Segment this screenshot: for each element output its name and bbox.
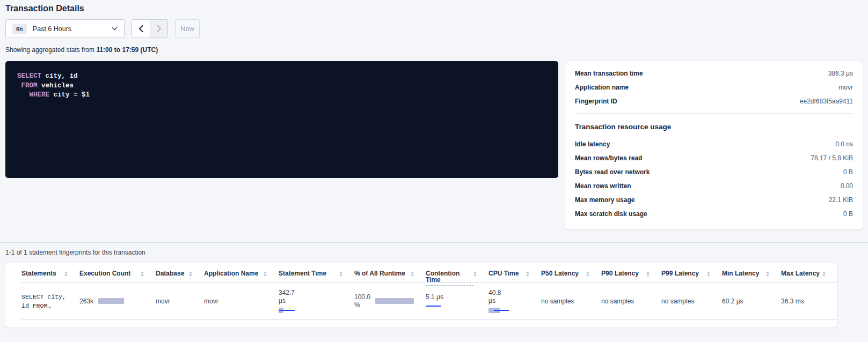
stat-value: movr — [838, 84, 853, 91]
sort-icon[interactable] — [141, 271, 144, 277]
sort-icon[interactable] — [707, 271, 710, 277]
resource-usage-rows: Idle latency0.0 nsMean rows/bytes read78… — [565, 137, 863, 221]
cell-p50-latency: no samples — [541, 298, 601, 305]
aggregated-stats-range: 11:00 to 17:59 (UTC) — [96, 46, 158, 54]
contention-time-bar — [426, 303, 441, 309]
sort-icon[interactable] — [411, 271, 414, 277]
column-header-label: Application Name — [204, 270, 258, 279]
column-header-label: Execution Count — [79, 270, 130, 279]
stat-label: Mean rows written — [575, 182, 631, 190]
time-range-dropdown[interactable]: 6h Past 6 Hours — [5, 19, 125, 38]
sort-icon[interactable] — [189, 271, 192, 277]
stat-row: Mean rows/bytes read78.17 / 5.8 KiB — [565, 151, 863, 165]
cell-p99-latency: no samples — [661, 298, 722, 305]
column-header-min-latency[interactable]: Min Latency — [722, 270, 781, 279]
stat-label: Mean transaction time — [575, 70, 643, 77]
column-header-label: Max Latency — [781, 270, 820, 279]
sort-icon[interactable] — [822, 271, 826, 277]
transaction-summary-panel: Mean transaction time386.3 µsApplication… — [565, 61, 863, 229]
stat-row: Mean transaction time386.3 µs — [565, 66, 863, 80]
cell-cpu-time: 40.8 µs — [488, 289, 541, 313]
column-header-database[interactable]: Database — [156, 270, 204, 279]
next-interval-button[interactable] — [150, 20, 167, 38]
sort-icon[interactable] — [766, 271, 769, 277]
stat-value: 78.17 / 5.8 KiB — [811, 154, 853, 162]
column-header-label: CPU Time — [488, 270, 519, 279]
stat-row: Application namemovr — [565, 80, 863, 94]
page-title: Transaction Details — [5, 0, 863, 13]
cell-pct-runtime: 100.0 % — [354, 293, 426, 309]
cell-min-latency: 60.2 µs — [722, 298, 781, 305]
sql-statement-card: SELECT city, id FROM vehicles WHERE city… — [5, 61, 558, 178]
stat-value: 386.3 µs — [828, 70, 853, 77]
stat-row: Idle latency0.0 ns — [565, 137, 863, 151]
time-range-label: Past 6 Hours — [33, 25, 71, 33]
column-header-contention-time[interactable]: Contention Time — [426, 270, 488, 286]
cell-max-latency: 36.3 ms — [781, 298, 837, 305]
table-header-row: StatementsExecution CountDatabaseApplica… — [21, 267, 837, 283]
now-button[interactable]: Now — [175, 19, 200, 38]
column-header-label: % of All Runtime — [354, 270, 405, 279]
column-header-label: Contention Time — [426, 270, 473, 286]
stat-row: Mean rows written0.00 — [565, 179, 863, 193]
pct-runtime-bar — [375, 298, 414, 304]
time-range-badge: 6h — [12, 24, 27, 34]
column-header-statements[interactable]: Statements — [21, 270, 79, 279]
column-header-label: Database — [156, 270, 184, 279]
stat-label: Application name — [575, 84, 629, 91]
sort-icon[interactable] — [64, 271, 68, 277]
column-header-p90-latency[interactable]: P90 Latency — [601, 270, 661, 279]
column-header-statement-time[interactable]: Statement Time — [279, 270, 354, 279]
sort-icon[interactable] — [339, 271, 342, 277]
column-header-max-latency[interactable]: Max Latency — [781, 270, 837, 279]
cell-statement-time: 342.7 µs — [279, 289, 354, 313]
column-header-p50-latency[interactable]: P50 Latency — [541, 270, 601, 279]
sql-line: FROM vehicles — [17, 81, 546, 91]
aggregated-stats-text: Showing aggregated stats from 11:00 to 1… — [5, 46, 863, 54]
column-header-p99-latency[interactable]: P99 Latency — [661, 270, 722, 279]
stat-value: ee2df683f5aa9411 — [800, 98, 853, 105]
sort-icon[interactable] — [646, 271, 650, 277]
panel-divider — [575, 113, 853, 114]
stat-row: Max memory usage22.1 KiB — [565, 193, 863, 207]
cpu-time-bar — [488, 308, 510, 313]
sort-icon[interactable] — [264, 271, 267, 277]
cell-p90-latency: no samples — [601, 298, 661, 305]
table-caption: 1-1 of 1 statement fingerprints for this… — [5, 249, 863, 256]
stat-value: 0.0 ns — [835, 140, 853, 148]
table-row: SELECT city, id FROM… 263k movr movr 342… — [21, 283, 837, 319]
cell-database: movr — [156, 298, 204, 305]
stat-value: 0 B — [843, 168, 853, 176]
stat-value: 0 B — [843, 210, 853, 218]
column-header-label: P50 Latency — [541, 270, 579, 279]
stat-label: Max memory usage — [575, 196, 634, 204]
column-header-label: P99 Latency — [661, 270, 699, 279]
statements-table: StatementsExecution CountDatabaseApplica… — [5, 263, 837, 328]
chevron-down-icon — [112, 27, 118, 31]
stat-label: Mean rows/bytes read — [575, 154, 642, 162]
stat-label: Fingerprint ID — [575, 98, 617, 105]
stat-value: 22.1 KiB — [829, 196, 853, 204]
stat-value: 0.00 — [841, 182, 853, 190]
column-header-label: Statement Time — [279, 270, 326, 279]
cell-application-name: movr — [204, 298, 279, 305]
cell-execution-count: 263k — [79, 298, 156, 305]
sql-line: WHERE city = $1 — [17, 91, 546, 100]
column-header-execution-count[interactable]: Execution Count — [79, 270, 156, 279]
column-header--of-all-runtime[interactable]: % of All Runtime — [354, 270, 426, 279]
stat-row: Fingerprint IDee2df683f5aa9411 — [565, 94, 863, 108]
cell-statement[interactable]: SELECT city, id FROM… — [21, 292, 79, 310]
sort-icon[interactable] — [586, 271, 589, 277]
time-controls: 6h Past 6 Hours Now — [5, 19, 863, 38]
execution-count-bar — [98, 298, 124, 304]
section-divider — [0, 242, 868, 243]
previous-interval-button[interactable] — [132, 20, 150, 38]
column-header-cpu-time[interactable]: CPU Time — [488, 270, 541, 279]
stat-row: Max scratch disk usage0 B — [565, 207, 863, 221]
statement-time-bar — [279, 308, 295, 313]
sort-icon[interactable] — [473, 271, 477, 277]
column-header-application-name[interactable]: Application Name — [204, 270, 279, 279]
sort-icon[interactable] — [526, 271, 529, 277]
summary-rows: Mean transaction time386.3 µsApplication… — [565, 66, 863, 108]
column-header-label: Statements — [21, 270, 56, 279]
